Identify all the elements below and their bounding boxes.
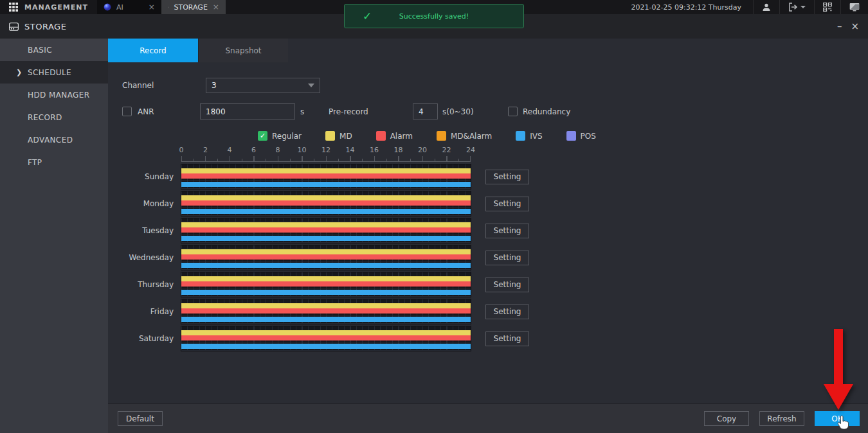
tab-ai-label: AI <box>116 3 123 12</box>
hour-tick-label: 24 <box>466 146 475 154</box>
setting-button-saturday[interactable]: Setting <box>485 331 529 346</box>
day-label: Saturday <box>122 334 174 343</box>
setting-button-monday[interactable]: Setting <box>485 197 529 211</box>
tab-record[interactable]: Record <box>108 39 198 62</box>
minimize-icon[interactable]: – <box>837 22 842 31</box>
timeline-thursday[interactable] <box>181 272 471 297</box>
day-label: Tuesday <box>122 226 174 235</box>
legend-label: MD&Alarm <box>451 132 492 141</box>
setting-button-thursday[interactable]: Setting <box>485 278 529 292</box>
schedule-bar-ivs <box>181 344 471 349</box>
sidebar-item-ftp[interactable]: FTP <box>0 151 108 173</box>
sidebar-item-advanced[interactable]: ADVANCED <box>0 128 108 151</box>
alarm-swatch[interactable] <box>376 131 386 141</box>
schedule-bar-alarm <box>181 308 471 314</box>
channel-value: 3 <box>212 81 217 90</box>
ivs-swatch[interactable] <box>516 131 525 141</box>
anr-unit-label: s <box>300 107 329 116</box>
timeline-tuesday[interactable] <box>181 218 471 243</box>
setting-button-wednesday[interactable]: Setting <box>485 251 529 265</box>
anr-checkbox[interactable] <box>122 107 132 116</box>
legend-item-alarm: Alarm <box>376 131 413 141</box>
schedule-bar-ivs <box>181 290 471 295</box>
ai-icon <box>104 3 111 11</box>
schedule-row-tuesday: Tuesday Setting <box>122 218 868 243</box>
default-button[interactable]: Default <box>118 411 163 426</box>
timeline-friday[interactable] <box>181 299 471 324</box>
hour-tick-label: 12 <box>321 146 330 154</box>
sidebar-item-hdd-manager[interactable]: HDD MANAGER <box>0 84 108 106</box>
schedule-row-monday: Monday Setting <box>122 191 868 216</box>
sidebar-item-label: HDD MANAGER <box>28 91 89 100</box>
redundancy-label: Redundancy <box>523 107 570 116</box>
schedule-bar-md <box>181 222 471 227</box>
tab-ai-close-icon[interactable]: × <box>149 3 155 12</box>
schedule-bar-alarm <box>181 173 471 179</box>
regular-checkbox[interactable]: ✓ <box>258 131 267 141</box>
schedule-bar-ivs <box>181 263 471 268</box>
schedule-row-sunday: Sunday Setting <box>122 164 868 189</box>
day-label: Monday <box>122 199 174 208</box>
logout-icon <box>788 3 798 12</box>
schedule-form: Channel 3 ANR s Pre-record s(0~30) Redun… <box>108 78 868 351</box>
schedule-bar-ivs <box>181 209 471 214</box>
anr-label: ANR <box>138 107 200 116</box>
md-swatch[interactable] <box>325 131 335 141</box>
setting-button-sunday[interactable]: Setting <box>485 170 529 184</box>
timeline-sunday[interactable] <box>181 164 471 189</box>
hour-tick-label: 18 <box>394 146 403 154</box>
mdalarm-swatch[interactable] <box>437 131 446 141</box>
logout-caret-icon <box>800 6 806 8</box>
setting-button-friday[interactable]: Setting <box>485 305 529 319</box>
main-panel: Record Snapshot Channel 3 ANR s Pre-reco… <box>108 39 868 433</box>
anr-duration-input[interactable] <box>200 103 295 119</box>
hour-tick-label: 4 <box>228 146 232 154</box>
timeline-wednesday[interactable] <box>181 245 471 270</box>
red-annotation-arrow <box>819 329 858 412</box>
hour-tick-label: 14 <box>345 146 354 154</box>
legend-label: POS <box>581 132 596 141</box>
tab-storage-label: STORAGE <box>174 3 207 12</box>
channel-dropdown[interactable]: 3 <box>206 78 320 93</box>
schedule-row-saturday: Saturday Setting <box>122 326 868 351</box>
qr-code-button[interactable] <box>814 0 840 14</box>
hour-tick-label: 0 <box>179 146 184 154</box>
management-button[interactable]: MANAGEMENT <box>0 0 97 14</box>
sidebar: BASIC ❯ SCHEDULE HDD MANAGER RECORD ADVA… <box>0 39 108 433</box>
redundancy-checkbox[interactable] <box>508 107 518 116</box>
sidebar-item-label: RECORD <box>28 113 62 122</box>
timeline-saturday[interactable] <box>181 326 471 351</box>
hour-tick-label: 2 <box>203 146 208 154</box>
user-icon <box>762 3 771 12</box>
schedule-bar-ivs <box>181 182 471 187</box>
channel-label: Channel <box>122 81 206 90</box>
toast-success: ✓ Successfully saved! <box>344 4 524 28</box>
sidebar-item-schedule[interactable]: ❯ SCHEDULE <box>0 61 108 84</box>
schedule-bar-md <box>181 303 471 308</box>
refresh-button[interactable]: Refresh <box>759 411 804 426</box>
display-output-button[interactable] <box>840 0 868 14</box>
hour-tick-label: 16 <box>370 146 379 154</box>
sidebar-item-basic[interactable]: BASIC <box>0 39 108 61</box>
tab-storage[interactable]: STORAGE × <box>161 0 226 14</box>
timeline-monday[interactable] <box>181 191 471 216</box>
tab-storage-close-icon[interactable]: × <box>213 3 219 12</box>
tab-snapshot[interactable]: Snapshot <box>198 39 288 62</box>
setting-button-tuesday[interactable]: Setting <box>485 224 529 238</box>
pos-swatch[interactable] <box>566 131 576 141</box>
schedule-bar-ivs <box>181 236 471 241</box>
hour-axis: 0 2 4 6 8 10 12 14 16 18 20 22 24 <box>181 146 471 155</box>
legend-item-ivs: IVS <box>516 131 542 141</box>
topbar-right: 2021-02-25 09:32:12 Thursday <box>620 0 868 14</box>
tab-ai[interactable]: AI × <box>97 0 161 14</box>
close-icon[interactable]: × <box>851 22 859 31</box>
sidebar-item-record[interactable]: RECORD <box>0 106 108 128</box>
copy-button[interactable]: Copy <box>704 411 749 426</box>
weekly-schedule: 0 2 4 6 8 10 12 14 16 18 20 22 24 <box>122 146 868 351</box>
hour-tick-label: 20 <box>418 146 427 154</box>
logout-button[interactable] <box>779 0 814 14</box>
toast-message: Successfully saved! <box>345 12 523 21</box>
schedule-bar-alarm <box>181 227 471 233</box>
prerecord-input[interactable] <box>413 103 438 119</box>
user-account-button[interactable] <box>753 0 779 14</box>
